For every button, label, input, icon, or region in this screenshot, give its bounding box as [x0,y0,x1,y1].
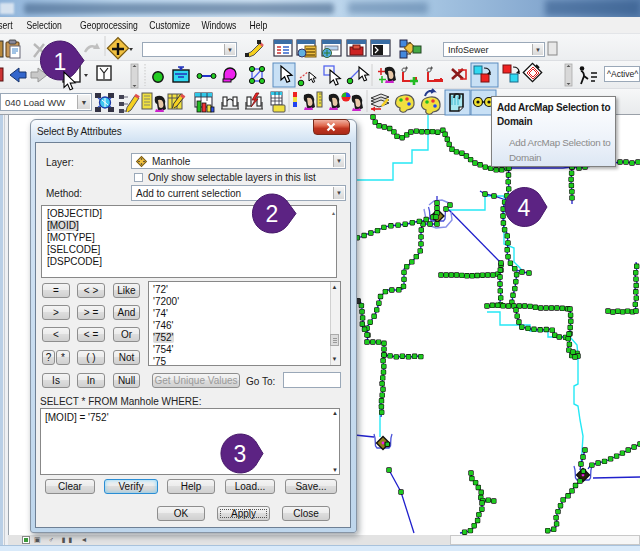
svg-text:4: 4 [518,195,531,221]
svg-text:2: 2 [266,201,279,227]
svg-text:3: 3 [234,441,247,467]
svg-text:1: 1 [54,49,67,75]
